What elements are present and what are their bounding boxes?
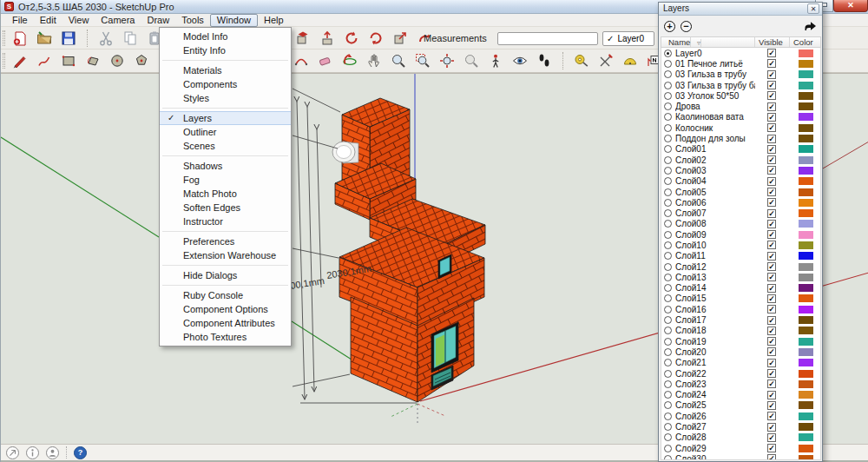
protractor-button[interactable] [621, 52, 639, 69]
layer-row[interactable]: Слой24✓ [661, 390, 820, 400]
layer-color-swatch[interactable] [799, 156, 813, 164]
layer-row[interactable]: Слой05✓ [661, 187, 820, 197]
layer-row[interactable]: Слой14✓ [661, 283, 820, 294]
layer-current-radio[interactable] [664, 423, 672, 431]
layer-current-radio[interactable] [664, 145, 672, 153]
pan-button[interactable] [365, 52, 383, 69]
zoom-button[interactable] [390, 52, 407, 69]
layer-row[interactable]: Слой28✓ [661, 432, 820, 443]
add-layer-button[interactable]: + [664, 21, 675, 32]
menu-item-outliner[interactable]: Outliner [160, 125, 291, 139]
make-component-button[interactable] [294, 30, 312, 47]
menubar-item-window[interactable]: Window [210, 14, 258, 27]
remove-layer-button[interactable]: − [681, 21, 692, 32]
layer-row[interactable]: 01 Печное литьё✓ [661, 58, 820, 69]
layer-color-swatch[interactable] [799, 263, 813, 271]
layer-color-swatch[interactable] [799, 135, 813, 142]
new-document-button[interactable] [11, 30, 29, 47]
layer-visible-checkbox[interactable]: ✓ [767, 59, 776, 68]
layer-row[interactable]: Слой06✓ [661, 197, 820, 208]
menu-item-shadows[interactable]: Shadows [160, 159, 291, 173]
layer-visible-checkbox[interactable]: ✓ [767, 347, 776, 356]
layer-color-swatch[interactable] [799, 338, 813, 346]
layer-current-radio[interactable] [664, 231, 672, 239]
layer-visible-checkbox[interactable]: ✓ [767, 423, 776, 432]
column-header-visible[interactable]: Visible [755, 37, 790, 47]
layer-row[interactable]: Слой17✓ [661, 314, 820, 325]
layer-row[interactable]: Слой27✓ [661, 421, 820, 432]
zoom-previous-button[interactable] [463, 52, 480, 69]
menubar-item-camera[interactable]: Camera [95, 14, 141, 27]
layer-visible-checkbox[interactable]: ✓ [767, 433, 776, 442]
layer-visible-checkbox[interactable]: ✓ [767, 49, 776, 57]
layer-color-swatch[interactable] [799, 145, 813, 153]
layer-row[interactable]: 03 Гильза в трубу✓ [661, 69, 820, 80]
layer-current-radio[interactable] [664, 70, 672, 78]
layer-color-swatch[interactable] [799, 274, 813, 281]
layer-visible-checkbox[interactable]: ✓ [767, 316, 776, 325]
layer-visible-checkbox[interactable]: ✓ [767, 294, 776, 303]
layer-color-swatch[interactable] [799, 102, 813, 110]
layer-visible-checkbox[interactable]: ✓ [767, 70, 776, 79]
layer-current-radio[interactable] [664, 294, 672, 302]
cut-button[interactable] [97, 30, 115, 47]
layer-color-swatch[interactable] [799, 327, 813, 334]
tape-measure-button[interactable] [573, 52, 590, 69]
layer-color-swatch[interactable] [799, 284, 813, 292]
menu-item-styles[interactable]: Styles [160, 91, 291, 105]
menubar-item-view[interactable]: View [62, 14, 95, 27]
menu-item-entity-info[interactable]: Entity Info [160, 43, 291, 57]
menu-item-hide-dialogs[interactable]: Hide Dialogs [160, 268, 291, 282]
menubar-item-file[interactable]: File [6, 14, 34, 27]
layer-row[interactable]: Слой16✓ [661, 304, 820, 314]
layer-visible-checkbox[interactable]: ✓ [767, 220, 776, 228]
close-button[interactable]: ✕ [833, 0, 868, 12]
layer-row[interactable]: Слой20✓ [661, 346, 820, 357]
layer-row[interactable]: Слой25✓ [661, 400, 820, 411]
layer-visible-checkbox[interactable]: ✓ [767, 391, 776, 399]
layer-current-radio[interactable] [664, 124, 672, 132]
layer-row[interactable]: Слой12✓ [661, 261, 820, 272]
help-icon[interactable]: ? [74, 446, 87, 459]
layer-row[interactable]: Слой26✓ [661, 411, 820, 421]
layer-current-radio[interactable] [664, 306, 672, 314]
toolbar-handle[interactable] [3, 53, 5, 69]
layer-row[interactable]: Дрова✓ [661, 101, 820, 111]
layer-current-radio[interactable] [664, 199, 672, 207]
layer-visible-checkbox[interactable]: ✓ [767, 380, 776, 388]
menu-item-photo-textures[interactable]: Photo Textures [160, 330, 291, 344]
eraser-button[interactable] [317, 52, 334, 69]
layer-visible-checkbox[interactable]: ✓ [767, 262, 776, 271]
layer-color-swatch[interactable] [799, 231, 813, 239]
layer-current-radio[interactable] [664, 359, 672, 366]
circle-button[interactable] [108, 52, 126, 69]
menu-item-soften-edges[interactable]: Soften Edges [160, 201, 291, 214]
menu-item-materials[interactable]: Materials [160, 63, 291, 77]
layer-current-radio[interactable] [664, 401, 672, 409]
layer-current-radio[interactable] [664, 391, 672, 399]
layer-current-radio[interactable] [664, 135, 672, 142]
menubar-item-help[interactable]: Help [258, 14, 290, 27]
layer-row[interactable]: Слой04✓ [661, 176, 820, 187]
measurements-input[interactable] [497, 32, 598, 45]
layer-visible-checkbox[interactable]: ✓ [767, 284, 776, 293]
layer-color-swatch[interactable] [799, 167, 813, 175]
layer-visible-checkbox[interactable]: ✓ [767, 454, 776, 460]
model-info-icon[interactable] [26, 446, 39, 459]
layer-current-radio[interactable] [664, 284, 672, 292]
layer-color-swatch[interactable] [799, 412, 813, 420]
menu-item-match-photo[interactable]: Match Photo [160, 187, 291, 201]
layer-current-radio[interactable] [664, 177, 672, 185]
layer-visible-checkbox[interactable]: ✓ [767, 369, 776, 378]
layer-color-swatch[interactable] [799, 391, 813, 399]
menubar-item-tools[interactable]: Tools [175, 14, 210, 27]
layer-color-swatch[interactable] [799, 401, 813, 409]
stove-pipe[interactable] [332, 142, 358, 163]
layer-color-swatch[interactable] [799, 348, 813, 356]
layer-row[interactable]: Слой19✓ [661, 336, 820, 346]
layer-color-swatch[interactable] [799, 70, 813, 78]
layer-row[interactable]: Слой22✓ [661, 368, 820, 379]
layer-row[interactable]: Слой21✓ [661, 358, 820, 368]
menu-item-component-attributes[interactable]: Component Attributes [160, 316, 291, 330]
layer-visible-checkbox[interactable]: ✓ [767, 444, 776, 452]
